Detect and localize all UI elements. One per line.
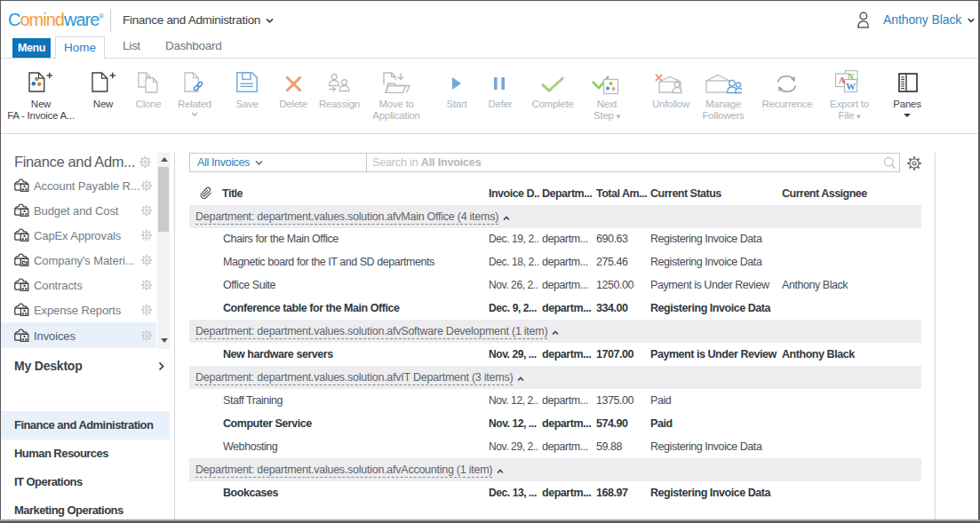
svg-text:W: W <box>846 81 856 91</box>
svg-text:A: A <box>839 75 846 85</box>
